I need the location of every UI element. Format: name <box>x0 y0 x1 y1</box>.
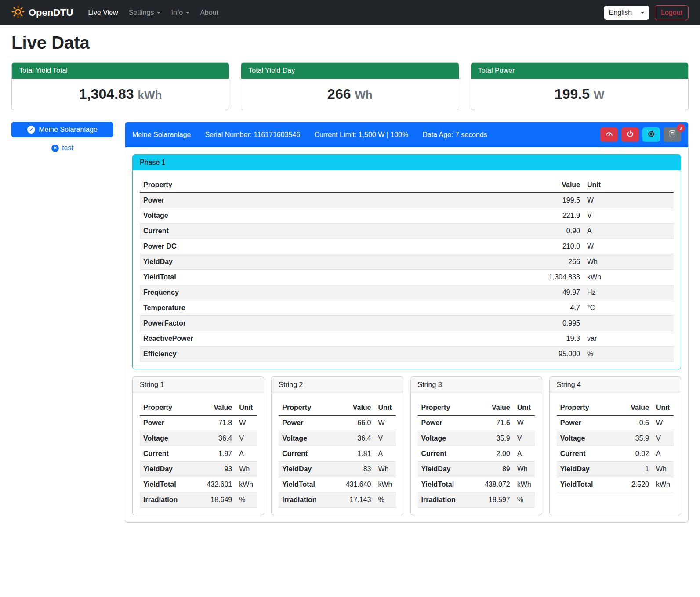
col-property: Property <box>140 400 200 416</box>
property-name: YieldDay <box>418 462 479 477</box>
serial-number: Serial Number: 116171603546 <box>205 131 300 139</box>
property-name: Power <box>140 193 526 208</box>
property-name: YieldTotal <box>140 270 526 285</box>
table-row: Voltage 36.4 V <box>279 431 395 446</box>
table-row: Power 199.5 W <box>140 193 674 208</box>
inverter-item-label: test <box>62 144 73 152</box>
col-unit: Unit <box>375 400 396 416</box>
string-table: Property Value Unit Power <box>418 400 535 508</box>
property-name: Voltage <box>557 431 617 446</box>
table-row: YieldDay 83 Wh <box>279 462 395 477</box>
property-name: Voltage <box>418 431 479 446</box>
property-value: 49.97 <box>526 285 584 300</box>
main-row: ✓ Meine Solaranlage × test Meine Solaran… <box>11 122 689 523</box>
cpu-chip-icon <box>647 130 655 139</box>
col-unit: Unit <box>653 400 674 416</box>
property-value: 210.0 <box>526 239 584 254</box>
property-unit: % <box>236 492 257 508</box>
property-unit: Wh <box>236 462 257 477</box>
logout-button[interactable]: Logout <box>655 5 689 20</box>
property-value: 199.5 <box>526 193 584 208</box>
property-unit: V <box>236 431 257 446</box>
device-info-button[interactable] <box>642 127 660 142</box>
power-button[interactable] <box>621 127 639 142</box>
property-value: 71.8 <box>200 416 236 431</box>
property-unit: V <box>375 431 396 446</box>
nav-info[interactable]: Info <box>166 5 195 20</box>
property-name: Voltage <box>140 431 200 446</box>
brand-link[interactable]: OpenDTU <box>11 5 73 20</box>
summary-card-body: 1,304.83kWh <box>12 79 229 110</box>
inverter-title: Meine Solaranlage <box>132 131 191 139</box>
table-header-row: Property Value Unit <box>140 400 257 416</box>
table-row: YieldTotal 431.640 kWh <box>279 477 395 492</box>
table-row: YieldDay 266 Wh <box>140 254 674 270</box>
property-name: YieldTotal <box>557 477 617 492</box>
string-table: Property Value Unit Power <box>140 400 257 508</box>
property-value: 83 <box>340 462 375 477</box>
table-header-row: Property Value Unit <box>557 400 674 416</box>
property-name: YieldDay <box>279 462 339 477</box>
col-property: Property <box>140 177 526 193</box>
property-name: YieldTotal <box>418 477 479 492</box>
property-value: 1 <box>617 462 653 477</box>
property-value: 36.4 <box>200 431 236 446</box>
current-limit: Current Limit: 1,500 W | 100% <box>314 131 408 139</box>
table-row: Voltage 221.9 V <box>140 208 674 224</box>
summary-card: Total Power 199.5W <box>471 62 689 110</box>
col-value: Value <box>200 400 236 416</box>
inverter-select-button[interactable]: ✓ Meine Solaranlage <box>11 122 113 137</box>
table-row: Current 0.90 A <box>140 224 674 239</box>
table-row: YieldDay 1 Wh <box>557 462 674 477</box>
language-select[interactable]: English <box>604 6 649 20</box>
property-value: 1.97 <box>200 446 236 462</box>
string-table: Property Value Unit Power <box>279 400 395 508</box>
property-name: Current <box>140 446 200 462</box>
inverter-item-test[interactable]: × test <box>11 144 113 152</box>
col-value: Value <box>340 400 375 416</box>
nav-settings-label: Settings <box>129 9 154 17</box>
property-name: Power <box>557 416 617 431</box>
table-header-row: Property Value Unit <box>279 400 395 416</box>
table-row: Power 71.6 W <box>418 416 535 431</box>
string-card: String 2 Property Value Unit <box>271 376 403 515</box>
property-value: 431.640 <box>340 477 375 492</box>
table-row: Frequency 49.97 Hz <box>140 285 674 300</box>
property-unit: V <box>584 208 674 224</box>
property-unit: kWh <box>514 477 535 492</box>
table-row: ReactivePower 19.3 var <box>140 331 674 347</box>
string-card: String 3 Property Value Unit <box>410 376 542 515</box>
nav-about[interactable]: About <box>195 5 224 20</box>
string-card: String 1 Property Value Unit <box>132 376 264 515</box>
property-name: Irradiation <box>418 492 479 508</box>
summary-card: Total Yield Total 1,304.83kWh <box>11 62 229 110</box>
page-title: Live Data <box>11 33 689 53</box>
limit-settings-button[interactable] <box>600 127 618 142</box>
table-row: PowerFactor 0.995 <box>140 316 674 331</box>
property-value: 71.6 <box>479 416 514 431</box>
summary-value: 266 <box>327 86 351 102</box>
property-unit: Hz <box>584 285 674 300</box>
nav-live-view[interactable]: Live View <box>83 5 123 20</box>
property-unit: A <box>653 446 674 462</box>
property-name: Voltage <box>140 208 526 224</box>
property-unit: A <box>375 446 396 462</box>
table-row: YieldDay 93 Wh <box>140 462 257 477</box>
property-name: ReactivePower <box>140 331 526 347</box>
property-value: 2.00 <box>479 446 514 462</box>
page-container: Live Data Total Yield Total 1,304.83kWh … <box>0 33 700 534</box>
property-value: 17.143 <box>340 492 375 508</box>
property-value: 18.649 <box>200 492 236 508</box>
property-unit: W <box>375 416 396 431</box>
table-row: Voltage 36.4 V <box>140 431 257 446</box>
power-icon <box>626 130 634 139</box>
property-unit: °C <box>584 300 674 316</box>
sun-logo-icon <box>11 5 25 20</box>
nav-settings[interactable]: Settings <box>123 5 166 20</box>
property-unit: kWh <box>375 477 396 492</box>
event-log-button[interactable]: 2 <box>664 127 681 142</box>
col-property: Property <box>557 400 617 416</box>
property-name: Current <box>140 224 526 239</box>
property-unit: W <box>514 416 535 431</box>
summary-card-body: 266Wh <box>241 79 458 110</box>
